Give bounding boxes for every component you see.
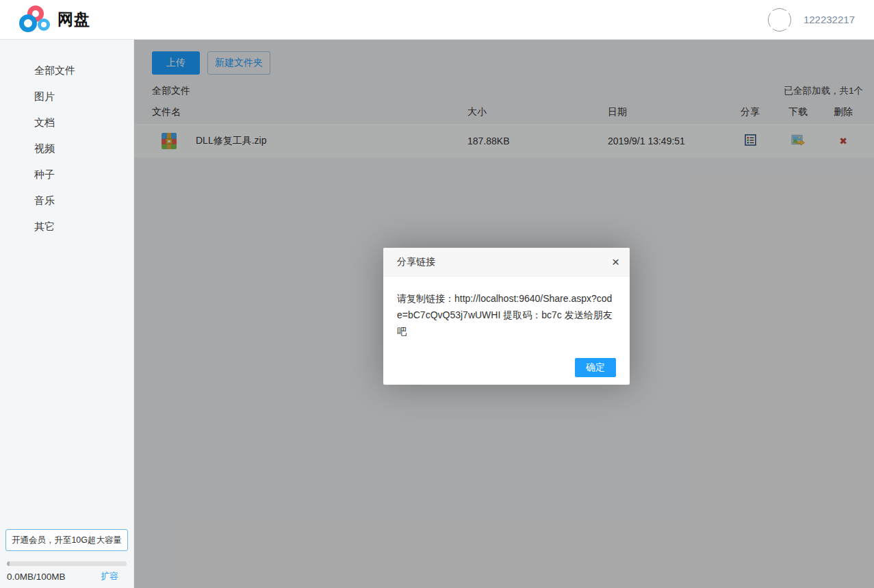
storage-progress-fill (7, 561, 10, 566)
app-header: 网盘 122232217 (0, 0, 874, 40)
sidebar-item-other[interactable]: 其它 (0, 214, 133, 240)
sidebar-item-images[interactable]: 图片 (0, 84, 133, 110)
sidebar-item-all-files[interactable]: 全部文件 (0, 57, 133, 84)
sidebar-item-music[interactable]: 音乐 (0, 188, 133, 214)
username: 122232217 (804, 14, 855, 25)
avatar[interactable] (768, 8, 791, 31)
sidebar-item-videos[interactable]: 视频 (0, 136, 133, 162)
cloud-logo-icon (19, 5, 51, 34)
upgrade-vip-button[interactable]: 开通会员，升至10G超大容量 (5, 529, 128, 551)
close-icon[interactable]: × (612, 255, 619, 268)
user-area: 122232217 (768, 8, 855, 31)
brand: 网盘 (19, 5, 90, 34)
logo-lightblue-ring (38, 18, 50, 31)
dialog-titlebar: 分享链接 × (383, 248, 630, 277)
share-link-dialog: 分享链接 × 请复制链接：http://localhost:9640/Share… (383, 248, 630, 385)
storage-row: 0.0MB/100MB 扩容 (7, 570, 127, 583)
sidebar-item-torrents[interactable]: 种子 (0, 162, 133, 188)
sidebar-item-documents[interactable]: 文档 (0, 110, 133, 136)
app-title: 网盘 (57, 9, 90, 30)
dialog-title: 分享链接 (397, 256, 435, 268)
confirm-button[interactable]: 确定 (575, 358, 616, 377)
sidebar: 全部文件 图片 文档 视频 种子 音乐 其它 开通会员，升至10G超大容量 0.… (0, 40, 134, 588)
dialog-body-text: 请复制链接：http://localhost:9640/Share.aspx?c… (383, 277, 630, 340)
sidebar-nav: 全部文件 图片 文档 视频 种子 音乐 其它 (0, 40, 133, 240)
storage-progress-bar (7, 561, 127, 566)
logo-blue-ring (19, 14, 37, 32)
storage-usage-label: 0.0MB/100MB (7, 572, 66, 582)
expand-storage-link[interactable]: 扩容 (101, 570, 118, 583)
